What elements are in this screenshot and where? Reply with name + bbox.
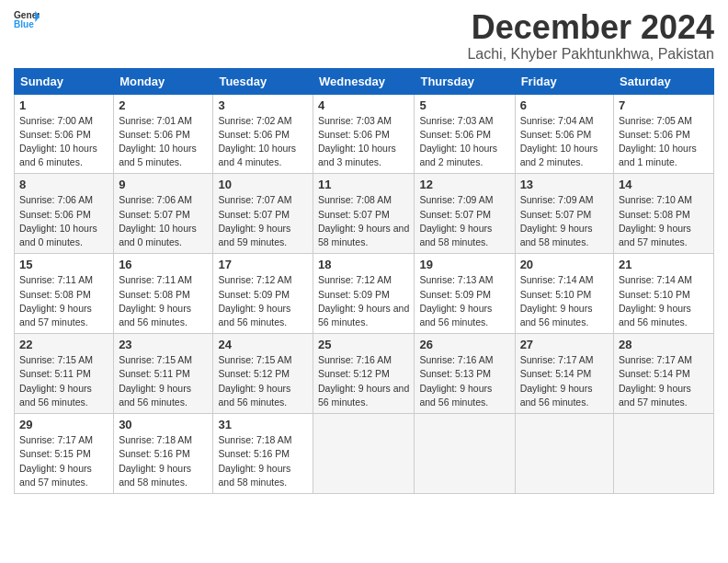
calendar-cell: 9 Sunrise: 7:06 AMSunset: 5:07 PMDayligh… <box>114 174 213 254</box>
day-info: Sunrise: 7:18 AMSunset: 5:16 PMDaylight:… <box>119 434 192 488</box>
day-number: 26 <box>419 338 509 351</box>
calendar-cell: 27 Sunrise: 7:17 AMSunset: 5:14 PMDaylig… <box>515 334 613 414</box>
calendar-cell <box>614 414 714 494</box>
location-subtitle: Lachi, Khyber Pakhtunkhwa, Pakistan <box>467 46 714 63</box>
calendar-cell: 4 Sunrise: 7:03 AMSunset: 5:06 PMDayligh… <box>313 94 415 174</box>
calendar-cell: 5 Sunrise: 7:03 AMSunset: 5:06 PMDayligh… <box>415 94 515 174</box>
day-info: Sunrise: 7:17 AMSunset: 5:14 PMDaylight:… <box>619 354 692 408</box>
calendar-cell: 15 Sunrise: 7:11 AMSunset: 5:08 PMDaylig… <box>15 254 114 334</box>
calendar-cell: 8 Sunrise: 7:06 AMSunset: 5:06 PMDayligh… <box>15 174 114 254</box>
calendar-cell: 2 Sunrise: 7:01 AMSunset: 5:06 PMDayligh… <box>114 94 213 174</box>
day-number: 12 <box>419 178 509 191</box>
day-number: 7 <box>619 98 709 112</box>
day-info: Sunrise: 7:18 AMSunset: 5:16 PMDaylight:… <box>218 434 291 488</box>
day-info: Sunrise: 7:03 AMSunset: 5:06 PMDaylight:… <box>318 115 396 168</box>
col-header-tuesday: Tuesday <box>213 68 313 94</box>
calendar-cell: 23 Sunrise: 7:15 AMSunset: 5:11 PMDaylig… <box>114 334 213 414</box>
day-number: 13 <box>520 178 609 191</box>
calendar-cell: 28 Sunrise: 7:17 AMSunset: 5:14 PMDaylig… <box>614 334 714 414</box>
day-number: 11 <box>318 178 409 191</box>
day-info: Sunrise: 7:01 AMSunset: 5:06 PMDaylight:… <box>119 115 197 168</box>
day-info: Sunrise: 7:04 AMSunset: 5:06 PMDaylight:… <box>520 115 598 168</box>
col-header-wednesday: Wednesday <box>313 68 415 94</box>
calendar-cell: 19 Sunrise: 7:13 AMSunset: 5:09 PMDaylig… <box>415 254 515 334</box>
calendar-week-row: 15 Sunrise: 7:11 AMSunset: 5:08 PMDaylig… <box>15 254 714 334</box>
calendar-cell: 7 Sunrise: 7:05 AMSunset: 5:06 PMDayligh… <box>614 94 714 174</box>
day-info: Sunrise: 7:17 AMSunset: 5:14 PMDaylight:… <box>520 354 594 408</box>
day-number: 8 <box>19 178 108 191</box>
day-number: 16 <box>119 258 208 271</box>
calendar-cell: 3 Sunrise: 7:02 AMSunset: 5:06 PMDayligh… <box>213 94 313 174</box>
calendar-cell: 16 Sunrise: 7:11 AMSunset: 5:08 PMDaylig… <box>114 254 213 334</box>
day-info: Sunrise: 7:10 AMSunset: 5:08 PMDaylight:… <box>619 194 692 247</box>
day-number: 21 <box>619 258 709 271</box>
day-number: 19 <box>419 258 509 271</box>
day-info: Sunrise: 7:13 AMSunset: 5:09 PMDaylight:… <box>419 274 493 327</box>
day-number: 29 <box>19 418 108 431</box>
day-info: Sunrise: 7:07 AMSunset: 5:07 PMDaylight:… <box>218 194 291 247</box>
calendar-cell <box>415 414 515 494</box>
day-info: Sunrise: 7:11 AMSunset: 5:08 PMDaylight:… <box>119 274 192 327</box>
day-number: 1 <box>19 98 108 112</box>
day-info: Sunrise: 7:11 AMSunset: 5:08 PMDaylight:… <box>19 274 93 327</box>
day-number: 14 <box>619 178 709 191</box>
calendar-cell: 18 Sunrise: 7:12 AMSunset: 5:09 PMDaylig… <box>313 254 415 334</box>
calendar-week-row: 8 Sunrise: 7:06 AMSunset: 5:06 PMDayligh… <box>15 174 714 254</box>
col-header-sunday: Sunday <box>15 68 114 94</box>
day-number: 6 <box>520 98 609 112</box>
calendar-cell: 10 Sunrise: 7:07 AMSunset: 5:07 PMDaylig… <box>213 174 313 254</box>
day-info: Sunrise: 7:00 AMSunset: 5:06 PMDaylight:… <box>19 115 97 168</box>
day-info: Sunrise: 7:14 AMSunset: 5:10 PMDaylight:… <box>619 274 692 327</box>
calendar-cell: 11 Sunrise: 7:08 AMSunset: 5:07 PMDaylig… <box>313 174 415 254</box>
calendar-cell: 29 Sunrise: 7:17 AMSunset: 5:15 PMDaylig… <box>15 414 114 494</box>
day-info: Sunrise: 7:06 AMSunset: 5:07 PMDaylight:… <box>119 194 197 247</box>
day-info: Sunrise: 7:16 AMSunset: 5:13 PMDaylight:… <box>419 354 493 408</box>
calendar-cell: 13 Sunrise: 7:09 AMSunset: 5:07 PMDaylig… <box>515 174 613 254</box>
day-info: Sunrise: 7:12 AMSunset: 5:09 PMDaylight:… <box>218 274 291 327</box>
title-area: December 2024 Lachi, Khyber Pakhtunkhwa,… <box>467 9 714 63</box>
calendar-cell: 21 Sunrise: 7:14 AMSunset: 5:10 PMDaylig… <box>614 254 714 334</box>
day-number: 27 <box>520 338 609 351</box>
day-number: 4 <box>318 98 409 112</box>
day-number: 17 <box>218 258 308 271</box>
day-number: 22 <box>19 338 108 351</box>
day-info: Sunrise: 7:09 AMSunset: 5:07 PMDaylight:… <box>419 194 493 247</box>
calendar-cell: 30 Sunrise: 7:18 AMSunset: 5:16 PMDaylig… <box>114 414 213 494</box>
day-number: 25 <box>318 338 409 351</box>
day-number: 15 <box>19 258 108 271</box>
page-header: General Blue December 2024 Lachi, Khyber… <box>14 9 714 63</box>
calendar-cell: 17 Sunrise: 7:12 AMSunset: 5:09 PMDaylig… <box>213 254 313 334</box>
month-year-title: December 2024 <box>467 9 714 46</box>
day-info: Sunrise: 7:03 AMSunset: 5:06 PMDaylight:… <box>419 115 497 168</box>
day-info: Sunrise: 7:12 AMSunset: 5:09 PMDaylight:… <box>318 274 409 327</box>
day-number: 3 <box>218 98 308 112</box>
calendar-cell: 12 Sunrise: 7:09 AMSunset: 5:07 PMDaylig… <box>415 174 515 254</box>
calendar-header-row: SundayMondayTuesdayWednesdayThursdayFrid… <box>15 68 714 94</box>
day-info: Sunrise: 7:15 AMSunset: 5:11 PMDaylight:… <box>19 354 93 408</box>
svg-text:Blue: Blue <box>14 19 34 29</box>
calendar-table: SundayMondayTuesdayWednesdayThursdayFrid… <box>14 68 714 494</box>
calendar-week-row: 29 Sunrise: 7:17 AMSunset: 5:15 PMDaylig… <box>15 414 714 494</box>
day-info: Sunrise: 7:17 AMSunset: 5:15 PMDaylight:… <box>19 434 93 488</box>
logo: General Blue <box>14 9 40 29</box>
calendar-cell: 26 Sunrise: 7:16 AMSunset: 5:13 PMDaylig… <box>415 334 515 414</box>
calendar-cell: 1 Sunrise: 7:00 AMSunset: 5:06 PMDayligh… <box>15 94 114 174</box>
day-info: Sunrise: 7:15 AMSunset: 5:11 PMDaylight:… <box>119 354 192 408</box>
day-info: Sunrise: 7:14 AMSunset: 5:10 PMDaylight:… <box>520 274 594 327</box>
col-header-monday: Monday <box>114 68 213 94</box>
day-info: Sunrise: 7:05 AMSunset: 5:06 PMDaylight:… <box>619 115 697 168</box>
day-info: Sunrise: 7:06 AMSunset: 5:06 PMDaylight:… <box>19 194 97 247</box>
day-info: Sunrise: 7:08 AMSunset: 5:07 PMDaylight:… <box>318 194 409 247</box>
calendar-cell: 22 Sunrise: 7:15 AMSunset: 5:11 PMDaylig… <box>15 334 114 414</box>
day-info: Sunrise: 7:09 AMSunset: 5:07 PMDaylight:… <box>520 194 594 247</box>
calendar-week-row: 1 Sunrise: 7:00 AMSunset: 5:06 PMDayligh… <box>15 94 714 174</box>
calendar-cell: 6 Sunrise: 7:04 AMSunset: 5:06 PMDayligh… <box>515 94 613 174</box>
calendar-week-row: 22 Sunrise: 7:15 AMSunset: 5:11 PMDaylig… <box>15 334 714 414</box>
day-number: 9 <box>119 178 208 191</box>
day-number: 28 <box>619 338 709 351</box>
day-number: 10 <box>218 178 308 191</box>
day-info: Sunrise: 7:16 AMSunset: 5:12 PMDaylight:… <box>318 354 409 408</box>
calendar-cell: 25 Sunrise: 7:16 AMSunset: 5:12 PMDaylig… <box>313 334 415 414</box>
col-header-saturday: Saturday <box>614 68 714 94</box>
calendar-cell <box>313 414 415 494</box>
